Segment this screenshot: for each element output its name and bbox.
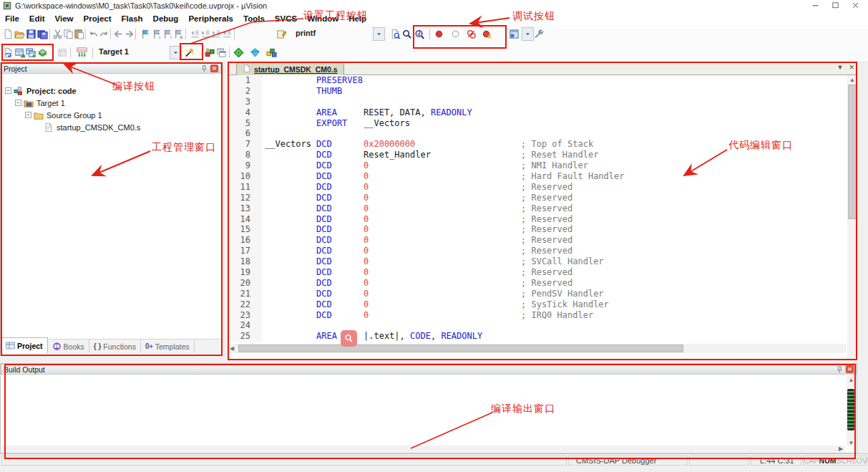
open-file-icon[interactable] [14,27,25,41]
menu-item-file[interactable]: File [0,11,24,25]
breakpoint-toggle-icon[interactable] [434,27,444,41]
indent-icon[interactable] [200,27,211,41]
outdent-icon[interactable] [190,27,200,41]
bookmark-prev-icon[interactable] [162,27,173,41]
menu-item-peripherals[interactable]: Peripherals [183,11,238,25]
combo-caret-icon[interactable] [373,27,385,41]
window-layout-caret[interactable] [522,27,534,41]
tab-templates[interactable]: 0+Templates [141,339,195,353]
toolbar-main: printfd [0,25,868,44]
multi-project-icon[interactable] [216,46,227,59]
paste-icon[interactable] [74,27,84,41]
menu-item-edit[interactable]: Edit [24,11,50,25]
search-doc-icon[interactable] [401,27,412,41]
file-ext-icon[interactable] [205,46,215,59]
load-icon[interactable] [77,46,87,59]
stop-build-icon[interactable] [57,46,68,59]
tree-expander-icon[interactable]: − [15,100,21,106]
build-output-hscrollbar[interactable]: ▶ [1,445,845,452]
code-line: 25AREA|.text|, CODE, READONLY [228,331,846,342]
build-output-content[interactable] [1,375,845,445]
wrench-icon[interactable] [534,27,545,41]
menu-item-view[interactable]: View [50,11,79,25]
scroll-up-icon[interactable]: ▲ [847,75,857,84]
editor-vscrollbar[interactable]: ▲ ▼ ▶ [847,75,857,403]
save-icon[interactable] [26,27,36,41]
window-layout-icon[interactable] [509,27,520,41]
edit-doc-icon[interactable] [276,27,287,41]
batch-build-icon[interactable] [37,46,48,59]
toolbar-separator [85,29,86,39]
tree-item-project-code[interactable]: −Project: code [5,85,77,97]
tab-books[interactable]: Books [48,339,89,353]
rte-icon[interactable] [233,46,244,59]
manage-rte-icon[interactable] [266,46,277,59]
printf-combo[interactable]: printf [289,27,385,40]
file-icon [44,122,54,133]
build-output-vscroll-thumb[interactable] [847,389,854,430]
menu-item-svcs[interactable]: SVCS [270,11,302,25]
rebuild-icon[interactable] [26,46,36,59]
menu-item-flash[interactable]: Flash [117,11,148,25]
tree-item-source-group-1[interactable]: −Source Group 1 [25,109,102,121]
menu-item-debug[interactable]: Debug [148,11,184,25]
tab-list-caret-icon[interactable]: ▼ [837,64,844,71]
code-line: 10DCD0; Hard Fault Handler [228,171,846,182]
target-caret[interactable] [170,46,182,59]
code-area[interactable]: 1PRESERVE82THUMB34AREARESET, DATA, READO… [228,75,846,342]
tab-close-icon[interactable]: ✕ [849,64,854,71]
editor-hscrollbar[interactable]: ◀ [228,344,846,353]
bookmark-icon[interactable] [140,27,151,41]
close-icon[interactable] [210,64,219,74]
options-target-icon[interactable] [184,46,195,59]
menu-item-project[interactable]: Project [79,11,117,25]
editor-tab-startup[interactable]: startup_CMSDK_CM0.s [236,62,344,75]
tree-expander-icon[interactable]: − [25,112,31,118]
scroll-up-icon[interactable]: ▲ [847,376,856,383]
code-line: 23DCD0; IRQ0 Handler [228,310,846,321]
comment-icon[interactable] [211,27,222,41]
debug-session-icon[interactable]: d [414,27,425,41]
scroll-right-icon[interactable]: ▶ [837,445,845,452]
pack-installer-icon[interactable] [250,46,260,59]
tab-functions[interactable]: { }Functions [89,339,141,353]
bookmark-clear-icon[interactable] [173,27,184,41]
code-line: 24 [228,320,846,331]
nav-forward-icon[interactable] [124,27,135,41]
build-output-panel: Build Output ▲ ▼ ▶ [0,363,857,453]
tab-project[interactable]: Project [1,337,48,353]
scroll-down-icon[interactable]: ▼ [847,439,856,446]
save-all-icon[interactable] [37,27,48,41]
target-select[interactable]: Target 1 [99,47,129,56]
tree-item-startup-cmsdk-cm0-s[interactable]: startup_CMSDK_CM0.s [35,121,140,133]
pin-icon[interactable] [200,64,208,74]
new-file-icon[interactable] [3,27,14,41]
breakpoint-disable-all-icon[interactable] [466,27,477,41]
toolbar-build: Target 1 [0,44,868,62]
editor-hscroll-thumb[interactable] [238,345,683,352]
uncomment-icon[interactable] [222,27,233,41]
nav-back-icon[interactable] [113,27,124,41]
minimize-icon[interactable] [805,0,825,11]
editor-vscroll-thumb[interactable] [848,85,857,219]
close-icon[interactable] [845,0,865,11]
build-icon[interactable] [14,46,25,59]
cut-icon[interactable] [52,27,63,41]
overlay-magnifier-icon[interactable] [341,330,357,347]
pin-icon[interactable] [835,365,844,375]
bookmark-next-icon[interactable] [152,27,162,41]
tree-expander-icon[interactable]: − [5,87,11,94]
find-in-files-icon[interactable] [390,27,401,41]
tree-item-target-1[interactable]: −Target 1 [15,97,65,109]
breakpoint-kill-all-icon[interactable] [482,27,492,41]
translate-icon[interactable] [3,46,14,59]
build-output-vscrollbar[interactable]: ▲ ▼ [847,376,856,446]
maximize-icon[interactable] [825,0,845,11]
undo-icon[interactable] [88,27,99,41]
close-icon[interactable] [845,365,854,375]
menu-item-tools[interactable]: Tools [238,11,270,25]
copy-icon[interactable] [63,27,74,41]
scroll-left-icon[interactable]: ◀ [228,344,236,353]
redo-icon[interactable] [99,27,109,41]
breakpoint-enable-icon[interactable] [450,27,461,41]
